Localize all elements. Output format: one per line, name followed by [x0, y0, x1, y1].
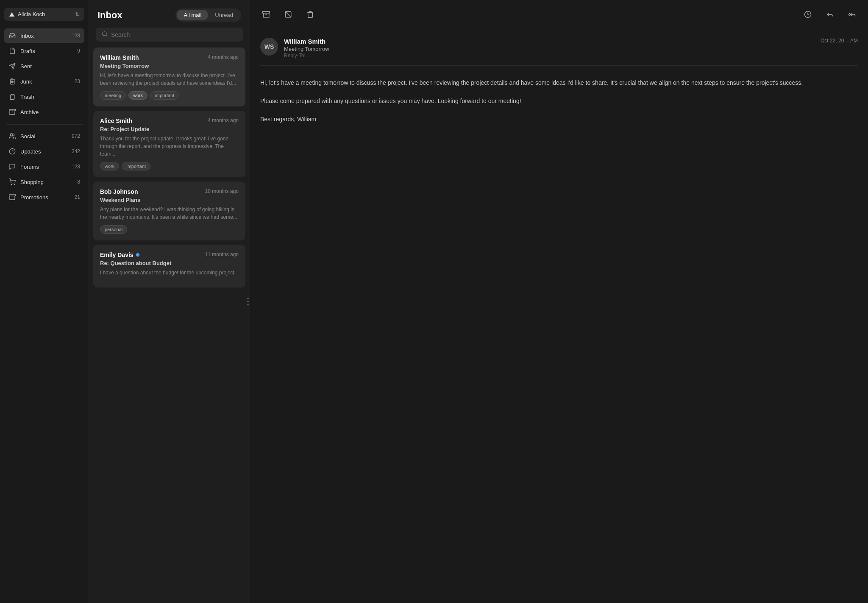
- sidebar-count-promotions: 21: [75, 194, 80, 200]
- forums-icon: [8, 163, 16, 170]
- detail-subject: Meeting Tomorrow: [284, 46, 815, 52]
- tag-important-2: important: [122, 162, 150, 170]
- svg-rect-15: [263, 11, 270, 13]
- sidebar-count-junk: 23: [75, 78, 80, 84]
- email-time-1: 4 months ago: [208, 54, 239, 61]
- sidebar-label-shopping: Shopping: [20, 179, 44, 185]
- sidebar-item-drafts[interactable]: Drafts 9: [4, 44, 84, 58]
- email-subject-2: Re: Project Update: [100, 126, 239, 132]
- body-paragraph-3: Best regards, William: [260, 114, 858, 125]
- detail-toolbar: [250, 0, 868, 29]
- unread-dot-4: [136, 253, 139, 257]
- resize-handle-main[interactable]: [247, 298, 249, 305]
- sidebar-item-updates[interactable]: Updates 342: [4, 144, 84, 159]
- nav-divider: [6, 124, 83, 125]
- sidebar-label-archive: Archive: [20, 109, 39, 115]
- inbox-icon: [8, 32, 16, 39]
- email-time-4: 11 months ago: [205, 251, 239, 258]
- drafts-icon: [8, 47, 16, 55]
- detail-reply-to: Reply-To:…: [284, 53, 815, 59]
- sidebar-count-social: 972: [72, 133, 80, 139]
- trash-button[interactable]: [303, 7, 318, 22]
- tag-personal: personal: [100, 225, 127, 234]
- search-icon: [102, 31, 108, 38]
- email-card-1[interactable]: William Smith 4 months ago Meeting Tomor…: [93, 47, 245, 106]
- sidebar-count-inbox: 128: [72, 33, 80, 39]
- svg-line-18: [285, 11, 291, 17]
- sent-icon: [8, 62, 16, 70]
- email-sender-4: Emily Davis: [100, 251, 139, 258]
- tag-important: important: [150, 91, 179, 100]
- resize-dot: [247, 301, 249, 302]
- main-header: Inbox All mail Unread: [89, 0, 250, 28]
- sidebar-label-promotions: Promotions: [20, 194, 48, 201]
- svg-line-14: [106, 35, 107, 36]
- junk-icon: [8, 78, 16, 85]
- sidebar: Alicia Koch ⇅ Inbox 128 Drafts 9 Sent: [0, 0, 89, 603]
- email-time-3: 10 months ago: [205, 188, 239, 195]
- sidebar-count-updates: 342: [72, 148, 80, 154]
- block-button[interactable]: [281, 7, 296, 22]
- sidebar-item-junk[interactable]: Junk 23: [4, 74, 84, 89]
- email-subject-4: Re: Question about Budget: [100, 260, 239, 266]
- svg-point-13: [103, 32, 106, 36]
- sidebar-label-drafts: Drafts: [20, 48, 35, 54]
- sidebar-item-archive[interactable]: Archive: [4, 105, 84, 119]
- email-card-2[interactable]: Alice Smith 4 months ago Re: Project Upd…: [93, 111, 245, 177]
- email-preview-4: I have a question about the budget for t…: [100, 269, 239, 276]
- sidebar-item-trash[interactable]: Trash: [4, 89, 84, 104]
- email-subject-1: Meeting Tomorrow: [100, 63, 239, 69]
- email-card-3[interactable]: Bob Johnson 10 months ago Weekend Plans …: [93, 181, 245, 240]
- sidebar-label-updates: Updates: [20, 148, 41, 155]
- detail-sender-name: William Smith: [284, 38, 815, 45]
- sidebar-label-sent: Sent: [20, 63, 32, 70]
- shopping-icon: [8, 178, 16, 186]
- sidebar-item-forums[interactable]: Forums 128: [4, 159, 84, 174]
- svg-point-10: [11, 184, 11, 184]
- sidebar-label-inbox: Inbox: [20, 33, 34, 39]
- filter-tab-unread[interactable]: Unread: [208, 10, 240, 20]
- email-preview-2: Thank you for the project update. It loo…: [100, 135, 239, 158]
- sidebar-label-junk: Junk: [20, 78, 32, 85]
- resize-dot: [247, 298, 249, 299]
- email-card-4[interactable]: Emily Davis 11 months ago Re: Question a…: [93, 245, 245, 288]
- email-sender-3: Bob Johnson: [100, 188, 138, 195]
- sidebar-item-promotions[interactable]: Promotions 21: [4, 190, 84, 204]
- updates-icon: [8, 148, 16, 155]
- email-detail-header: WS William Smith Meeting Tomorrow Reply-…: [260, 38, 858, 66]
- account-icon: [9, 12, 14, 17]
- svg-rect-4: [9, 109, 16, 111]
- email-sender-2: Alice Smith: [100, 117, 132, 124]
- sidebar-item-social[interactable]: Social 972: [4, 129, 84, 143]
- sidebar-item-sent[interactable]: Sent: [4, 59, 84, 73]
- sidebar-count-shopping: 8: [77, 179, 80, 185]
- sidebar-label-trash: Trash: [20, 94, 34, 100]
- filter-tabs: All mail Unread: [175, 8, 241, 22]
- email-subject-3: Weekend Plans: [100, 197, 239, 203]
- sidebar-item-shopping[interactable]: Shopping 8: [4, 175, 84, 189]
- svg-point-6: [10, 134, 12, 136]
- resize-dot: [247, 304, 249, 305]
- sidebar-count-drafts: 9: [77, 48, 80, 54]
- archive-button[interactable]: [259, 7, 274, 22]
- email-list: William Smith 4 months ago Meeting Tomor…: [89, 47, 250, 603]
- detail-date: Oct 22, 20… AM: [821, 38, 858, 44]
- detail-content: WS William Smith Meeting Tomorrow Reply-…: [250, 29, 868, 603]
- svg-point-11: [14, 184, 15, 184]
- reply-all-button[interactable]: [844, 7, 860, 22]
- sidebar-item-inbox[interactable]: Inbox 128: [4, 28, 84, 43]
- body-paragraph-1: Hi, let's have a meeting tomorrow to dis…: [260, 78, 858, 88]
- account-selector[interactable]: Alicia Koch ⇅: [4, 8, 84, 21]
- account-name: Alicia Koch: [18, 11, 45, 17]
- tag-work-2: work: [100, 162, 119, 170]
- reply-button[interactable]: [822, 7, 837, 22]
- svg-rect-3: [13, 81, 13, 83]
- search-input[interactable]: [111, 31, 237, 38]
- email-sender-1: William Smith: [100, 54, 139, 61]
- snooze-button[interactable]: [800, 7, 815, 22]
- inbox-title: Inbox: [97, 10, 122, 21]
- social-icon: [8, 132, 16, 140]
- search-bar: [96, 28, 243, 42]
- filter-tab-all[interactable]: All mail: [177, 10, 208, 20]
- email-body: Hi, let's have a meeting tomorrow to dis…: [260, 78, 858, 125]
